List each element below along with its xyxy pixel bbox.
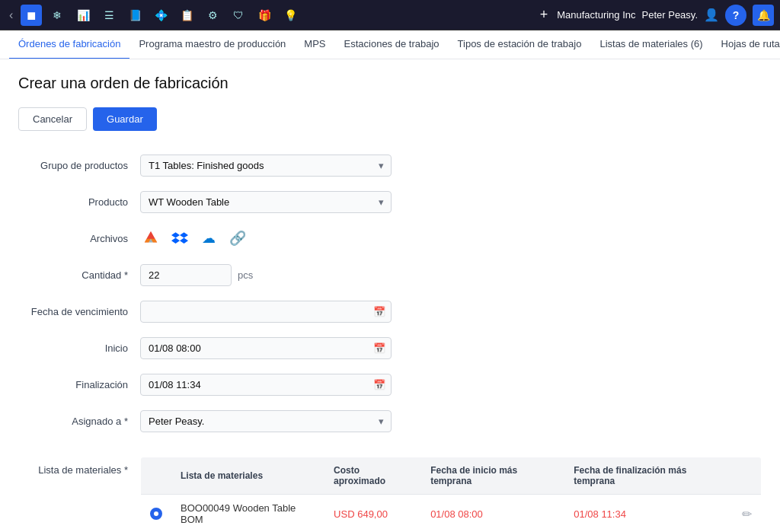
- bom-table: Lista de materiales Costo aproximado Fec…: [140, 457, 762, 532]
- app-icon-manufacturing[interactable]: ◼: [21, 5, 42, 26]
- nav-item-listas[interactable]: Listas de materiales (6): [590, 30, 711, 59]
- app-icon-6[interactable]: 💠: [150, 5, 171, 26]
- files-icons: ☁ 🔗: [140, 228, 392, 249]
- nav-item-estaciones[interactable]: Estaciones de trabajo: [335, 30, 449, 59]
- bom-row-outer: Lista de materiales Lista de materiales …: [18, 457, 762, 532]
- end-input[interactable]: [140, 374, 392, 396]
- bom-cost-value: USD 649,00: [334, 508, 388, 520]
- dropbox-icon[interactable]: [169, 228, 190, 249]
- due-date-calendar-icon[interactable]: 📅: [373, 306, 385, 317]
- app-icon-10[interactable]: 🎁: [254, 5, 275, 26]
- product-label: Producto: [18, 196, 140, 208]
- quantity-label: Cantidad: [18, 269, 140, 281]
- app-icon-2[interactable]: ❄: [46, 5, 68, 26]
- due-date-control: 📅: [140, 301, 392, 323]
- product-group-control: T1 Tables: Finished goods: [140, 155, 392, 177]
- page-content: Crear una orden de fabricación Cancelar …: [0, 59, 780, 532]
- files-control: ☁ 🔗: [140, 228, 392, 249]
- due-date-label: Fecha de vencimiento: [18, 306, 140, 317]
- bom-end-cell: 01/08 11:34: [564, 495, 733, 533]
- start-calendar-icon[interactable]: 📅: [373, 342, 385, 354]
- top-bar: ‹ ◼ ❄ 📊 ☰ 📘 💠 📋 ⚙ 🛡 🎁 💡 + Manufacturing …: [0, 0, 780, 30]
- app-icon-11[interactable]: 💡: [280, 5, 301, 26]
- link-icon[interactable]: 🔗: [227, 228, 248, 249]
- bom-radio-button[interactable]: [150, 508, 162, 520]
- user-icon[interactable]: 👤: [704, 8, 719, 22]
- product-control: WT Wooden Table: [140, 191, 392, 213]
- bom-table-header: Lista de materiales Costo aproximado Fec…: [141, 457, 762, 495]
- page-title: Crear una orden de fabricación: [18, 75, 762, 92]
- bom-col-cost: Costo aproximado: [324, 457, 421, 495]
- app-icon-7[interactable]: 📋: [176, 5, 197, 26]
- nav-item-ordenes[interactable]: Órdenes de fabricación: [9, 30, 129, 59]
- bom-section-label: Lista de materiales: [18, 457, 140, 476]
- bom-section: Lista de materiales Lista de materiales …: [18, 457, 762, 532]
- bom-col-radio: [141, 457, 172, 495]
- end-control: 📅: [140, 374, 392, 396]
- product-group-select[interactable]: T1 Tables: Finished goods: [140, 155, 392, 177]
- secondary-nav: Órdenes de fabricación Programa maestro …: [0, 30, 780, 59]
- back-arrow-icon[interactable]: ‹: [6, 8, 16, 22]
- bom-col-actions: [733, 457, 762, 495]
- nav-item-tipos[interactable]: Tipos de estación de trabajo: [449, 30, 591, 59]
- bom-start-date: 01/08 08:00: [430, 508, 483, 520]
- app-icon-9[interactable]: 🛡: [228, 5, 249, 26]
- product-group-row: Grupo de productos T1 Tables: Finished g…: [18, 152, 643, 178]
- quantity-row: Cantidad pcs: [18, 262, 643, 288]
- bom-col-name: Lista de materiales: [171, 457, 324, 495]
- nav-item-hojas[interactable]: Hojas de ruta (6): [712, 30, 780, 59]
- product-group-label: Grupo de productos: [18, 160, 140, 171]
- end-row: Finalización 📅: [18, 371, 643, 397]
- app-icon-4[interactable]: ☰: [98, 5, 120, 26]
- bom-name-cell: BOO00049 Wooden Table BOM: [171, 495, 324, 533]
- bom-end-date: 01/08 11:34: [574, 508, 626, 520]
- quantity-input[interactable]: [140, 264, 232, 286]
- start-input[interactable]: [140, 337, 392, 359]
- bom-start-cell: 01/08 08:00: [421, 495, 564, 533]
- top-bar-left: ‹ ◼ ❄ 📊 ☰ 📘 💠 📋 ⚙ 🛡 🎁 💡: [6, 5, 537, 26]
- notification-button[interactable]: 🔔: [753, 5, 774, 26]
- files-label: Archivos: [18, 233, 140, 244]
- nav-item-programa[interactable]: Programa maestro de producción: [129, 30, 295, 59]
- end-label: Finalización: [18, 379, 140, 390]
- top-action-buttons: Cancelar Guardar: [18, 107, 762, 131]
- quantity-unit: pcs: [238, 269, 253, 281]
- bom-cost-cell: USD 649,00: [324, 495, 421, 533]
- help-button[interactable]: ?: [725, 5, 746, 26]
- bom-edit-icon[interactable]: ✏: [742, 508, 752, 521]
- end-calendar-icon[interactable]: 📅: [373, 379, 385, 390]
- bom-edit-cell[interactable]: ✏: [733, 495, 762, 533]
- bom-radio-cell[interactable]: [141, 495, 172, 533]
- app-icon-5[interactable]: 📘: [124, 5, 145, 26]
- start-control: 📅: [140, 337, 392, 359]
- save-button-top[interactable]: Guardar: [93, 107, 157, 131]
- start-label: Inicio: [18, 342, 140, 354]
- quantity-control: pcs: [140, 264, 392, 286]
- assigned-label: Asignado a: [18, 416, 140, 427]
- assigned-select[interactable]: Peter Peasy.: [140, 410, 392, 432]
- form-section: Grupo de productos T1 Tables: Finished g…: [18, 152, 643, 434]
- nav-item-mps[interactable]: MPS: [295, 30, 334, 59]
- product-select[interactable]: WT Wooden Table: [140, 191, 392, 213]
- files-row: Archivos: [18, 225, 643, 251]
- bom-row: BOO00049 Wooden Table BOM USD 649,00 01/…: [141, 495, 762, 533]
- start-row: Inicio 📅: [18, 335, 643, 361]
- top-bar-right: + Manufacturing Inc Peter Peasy. 👤 ? 🔔: [537, 5, 774, 26]
- bom-table-wrapper: Lista de materiales Costo aproximado Fec…: [140, 457, 762, 532]
- assigned-row: Asignado a Peter Peasy.: [18, 408, 643, 434]
- assigned-control: Peter Peasy.: [140, 410, 392, 432]
- onedrive-icon[interactable]: ☁: [198, 228, 219, 249]
- product-row: Producto WT Wooden Table: [18, 189, 643, 215]
- due-date-row: Fecha de vencimiento 📅: [18, 298, 643, 324]
- gdrive-icon[interactable]: [140, 228, 161, 249]
- app-icon-8[interactable]: ⚙: [202, 5, 223, 26]
- company-name: Manufacturing Inc: [557, 9, 635, 21]
- bom-col-end: Fecha de finalización más temprana: [564, 457, 733, 495]
- user-name: Peter Peasy.: [642, 9, 698, 21]
- add-button[interactable]: +: [537, 7, 551, 23]
- due-date-input[interactable]: [140, 301, 392, 323]
- app-icon-3[interactable]: 📊: [72, 5, 94, 26]
- cancel-button-top[interactable]: Cancelar: [18, 107, 87, 131]
- bom-col-start: Fecha de inicio más temprana: [421, 457, 564, 495]
